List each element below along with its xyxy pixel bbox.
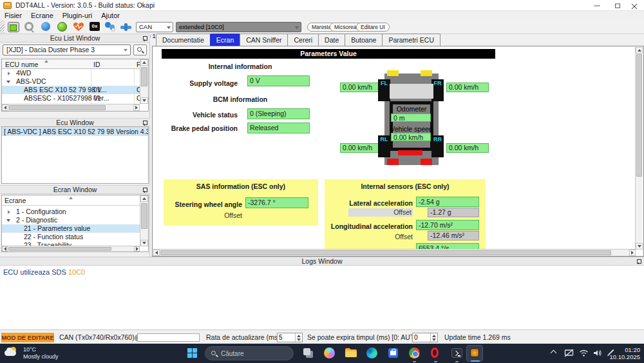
edge-icon[interactable] — [365, 346, 379, 360]
ddt4all-taskbar-button[interactable] — [466, 345, 483, 362]
ecu-table-vscrollbar[interactable] — [140, 59, 148, 104]
scroll-down-button[interactable] — [636, 243, 643, 250]
minimize-button[interactable] — [587, 0, 607, 11]
scroll-thumb[interactable] — [8, 247, 111, 251]
taskbar-search-input[interactable] — [221, 348, 289, 358]
tab-can-sniffer[interactable]: CAN Sniffer — [240, 34, 288, 46]
scroll-up-button[interactable] — [140, 195, 148, 202]
edit-ui-button[interactable]: Editare UI — [356, 23, 390, 32]
opera-icon[interactable] — [429, 346, 443, 360]
globe-icon[interactable] — [41, 22, 50, 31]
menu-fisier[interactable]: Fisier — [0, 12, 26, 19]
expand-icon[interactable] — [8, 72, 10, 75]
scroll-down-button[interactable] — [140, 240, 148, 246]
plugin-gears-icon[interactable] — [105, 22, 115, 31]
ecran-item-diagnostic[interactable]: 2 - Diagnostic — [2, 216, 140, 224]
scroll-thumb[interactable] — [160, 250, 611, 255]
screen-select[interactable]: extended [10C0] — [176, 22, 301, 32]
scroll-up-button[interactable] — [636, 47, 643, 54]
tab-date[interactable]: Date — [318, 34, 345, 46]
scroll-right-button[interactable] — [134, 246, 140, 251]
connect-icon[interactable] — [57, 22, 67, 32]
collapse-icon[interactable] — [6, 81, 10, 83]
stepper-buttons[interactable] — [430, 333, 437, 342]
collapse-icon[interactable] — [6, 219, 10, 222]
step-up-icon[interactable] — [432, 335, 436, 337]
gear-scan-icon[interactable] — [24, 22, 33, 31]
ecran-item-configuration[interactable]: 1 - Configuration — [2, 208, 140, 216]
pin-icon[interactable] — [142, 121, 147, 125]
pin-icon[interactable] — [636, 259, 641, 264]
tab-ecran[interactable]: Ecran — [210, 34, 240, 46]
terminal-icon[interactable] — [450, 346, 464, 360]
scroll-left-button[interactable] — [153, 250, 160, 256]
scroll-left-button[interactable] — [2, 246, 8, 251]
timeout-input[interactable] — [414, 333, 430, 342]
close-button[interactable] — [625, 0, 644, 11]
can-line-select[interactable]: CAN Line 1 — [136, 22, 173, 32]
tree-group-abs-vdc[interactable]: ABS-VDC — [2, 77, 140, 86]
expand-icon[interactable] — [8, 210, 10, 214]
menu-ajutor[interactable]: Ajutor — [97, 12, 124, 19]
heartbeat-icon[interactable] — [73, 22, 84, 32]
tab-parametri-ecu[interactable]: Parametri ECU — [382, 34, 440, 46]
start-button[interactable] — [187, 348, 197, 358]
scroll-thumb[interactable] — [636, 54, 642, 177]
ecu-table-header[interactable]: ECU nume ID P — [2, 59, 148, 69]
scroll-thumb[interactable] — [9, 105, 106, 110]
tab-butoane[interactable]: Butoane — [345, 34, 383, 46]
weather-widget[interactable]: 10°C Mostly cloudy — [4, 346, 59, 360]
ecran-item-function-status[interactable]: 22 - Function status — [2, 233, 140, 241]
scroll-right-button[interactable] — [629, 250, 636, 256]
copilot-icon[interactable] — [323, 346, 337, 360]
scroll-thumb[interactable] — [141, 67, 147, 86]
stepper-buttons[interactable] — [295, 333, 302, 342]
ecran-tree-hscrollbar[interactable] — [2, 246, 140, 251]
tray-chevron-up-icon[interactable] — [551, 349, 557, 355]
ecu-window-item-selected[interactable]: [ ABS-VDC ] ABS ESC X10 52 79 98 Version… — [2, 127, 148, 136]
step-up-icon[interactable] — [297, 335, 301, 337]
taskbar-clock[interactable]: 01:20 10.10.2025 — [609, 346, 640, 360]
pin-icon[interactable] — [142, 188, 147, 192]
hex-icon[interactable]: 0x — [90, 22, 100, 31]
taskbar-search[interactable] — [205, 346, 294, 360]
chrome-icon[interactable] — [408, 346, 422, 360]
tree-group-4wd[interactable]: 4WD — [2, 69, 140, 77]
ecu-search-button[interactable] — [133, 44, 147, 55]
ecran-item-parameters-value[interactable]: 21 - Parameters value — [2, 224, 140, 233]
wifi-icon[interactable] — [579, 349, 589, 358]
content-hscrollbar[interactable] — [153, 249, 636, 256]
ecu-row[interactable]: ABSESC - X10527998 Ver... 01 CA — [2, 94, 140, 103]
pipe-icon[interactable] — [120, 23, 131, 32]
step-down-icon[interactable] — [432, 338, 436, 341]
col-ecu-name[interactable]: ECU nume — [5, 60, 38, 69]
volume-icon[interactable] — [592, 349, 602, 358]
scroll-right-button[interactable] — [133, 104, 140, 111]
task-view-icon[interactable] — [301, 346, 316, 360]
vehicle-select[interactable]: [XJD] - Dacia Duster Phase 3 — [3, 44, 131, 55]
scroll-up-button[interactable] — [140, 59, 148, 66]
ecu-table-hscrollbar[interactable] — [2, 104, 140, 111]
toolbar-grip[interactable] — [0, 20, 5, 34]
scroll-down-button[interactable] — [140, 97, 148, 104]
content-vscrollbar[interactable] — [635, 47, 643, 250]
scroll-left-button[interactable] — [2, 104, 8, 111]
ecran-tree-vscrollbar[interactable] — [140, 195, 148, 246]
menu-ecrane[interactable]: Ecrane — [26, 12, 58, 19]
store-icon[interactable] — [386, 346, 401, 360]
display-off-icon[interactable] — [564, 349, 574, 358]
status-input[interactable] — [137, 333, 200, 342]
scroll-thumb[interactable] — [141, 203, 147, 229]
pin-icon[interactable] — [142, 36, 147, 41]
col-id[interactable]: ID — [93, 60, 100, 69]
timeout-stepper[interactable] — [412, 333, 438, 342]
file-explorer-icon[interactable] — [344, 346, 358, 360]
ecu-row-selected[interactable]: ABS ESC X10 52 79 98 V... 01 CA — [2, 86, 140, 94]
refresh-rate-stepper[interactable] — [277, 333, 303, 342]
tab-cereri[interactable]: Cereri — [287, 34, 319, 46]
refresh-rate-input[interactable] — [279, 333, 294, 342]
ecu-device-icon[interactable] — [8, 22, 19, 32]
menu-plugin-uri[interactable]: Plugin-uri — [58, 12, 97, 19]
tab-documentatie[interactable]: Documentatie — [156, 34, 211, 46]
step-down-icon[interactable] — [297, 338, 301, 341]
